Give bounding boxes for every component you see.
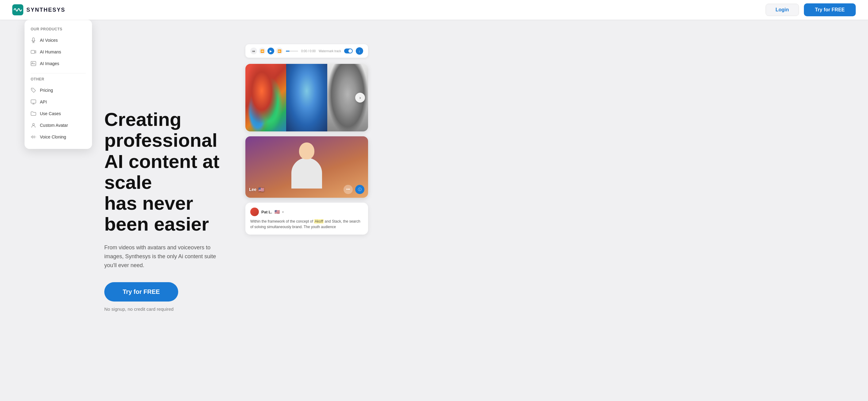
person-body [291, 158, 322, 189]
pricing-label: Pricing [40, 88, 53, 93]
try-free-hero-button[interactable]: Try for FREE [104, 282, 178, 302]
pat-flag: 🇺🇸 [275, 209, 280, 214]
pat-avatar [250, 207, 259, 216]
download-button[interactable]: ↓ [356, 47, 363, 55]
avatar-controls: ••• ⓘ [343, 185, 364, 194]
avatar-card: Lee 🇺🇸 ••• ⓘ [245, 136, 368, 198]
image-grid [245, 64, 368, 132]
api-label: API [40, 99, 47, 105]
rewind-button[interactable]: ⏮ [250, 48, 257, 54]
chevron-down-icon: ▾ [282, 210, 284, 214]
use-cases-label: Use Cases [40, 111, 61, 116]
main-container: Creating professional AI content at scal… [0, 0, 868, 401]
login-button[interactable]: Login [766, 4, 799, 16]
svg-rect-5 [31, 100, 36, 103]
hero-subtitle: From videos with avatars and voiceovers … [104, 243, 227, 269]
sidebar-item-ai-humans[interactable]: AI Humans [25, 46, 92, 58]
try-free-nav-button[interactable]: Try for FREE [804, 3, 856, 16]
voice-cloning-label: Voice Cloning [40, 135, 66, 139]
tag-icon [31, 87, 36, 93]
highlight-akoff: Akoff [314, 219, 323, 224]
logo[interactable]: SYNTHESYS [12, 4, 65, 16]
video-time: 0:00 / 0:00 [301, 50, 316, 53]
folder-icon [31, 111, 36, 116]
pat-card: Pat L. 🇺🇸 ▾ Within the framework of the … [245, 203, 368, 235]
pat-name: Pat L. [261, 210, 272, 214]
monitor-icon [31, 99, 36, 105]
avatar-more-button[interactable]: ••• [343, 185, 353, 194]
play-button[interactable]: ▶ [268, 48, 274, 54]
image-grid-card: › [245, 64, 368, 132]
sidebar-item-ai-voices[interactable]: AI Voices [25, 34, 92, 46]
image-cell-rose [286, 64, 327, 132]
waveform-icon [31, 134, 36, 140]
person-head [299, 142, 314, 160]
pat-text: Within the framework of the concept of A… [250, 219, 363, 230]
image-cell-parrot [245, 64, 286, 132]
sidebar-item-voice-cloning[interactable]: Voice Cloning [25, 131, 92, 143]
avatar-info-button[interactable]: ⓘ [355, 185, 364, 194]
video-icon [31, 49, 36, 55]
video-bar: ⏮ ⏪ ▶ ⏩ 0:00 / 0:00 Watermark track ↓ [245, 44, 368, 58]
custom-avatar-label: Custom Avatar [40, 123, 68, 128]
sidebar-item-custom-avatar[interactable]: Custom Avatar [25, 119, 92, 131]
no-signup-text: No signup, no credit card required [104, 307, 227, 312]
sidebar-item-use-cases[interactable]: Use Cases [25, 108, 92, 119]
svg-rect-1 [31, 50, 35, 53]
logo-text: SYNTHESYS [26, 7, 65, 13]
video-controls: ⏮ ⏪ ▶ ⏩ [250, 48, 283, 54]
ai-voices-label: AI Voices [40, 38, 58, 43]
avatar-label-bar: Lee 🇺🇸 ••• ⓘ [249, 185, 364, 194]
dropdown-menu: Our products AI Voices AI Humans AI Imag… [25, 20, 92, 149]
right-panel: ⏮ ⏪ ▶ ⏩ 0:00 / 0:00 Watermark track ↓ [245, 20, 374, 401]
mic-icon [31, 37, 36, 43]
avatar-flag: 🇺🇸 [258, 187, 265, 193]
products-section-label: Our products [25, 27, 92, 34]
navbar: SYNTHESYS Login Try for FREE [0, 0, 868, 20]
svg-point-6 [32, 123, 34, 125]
watermark-toggle[interactable] [344, 49, 353, 53]
person-icon [31, 122, 36, 128]
avatar-name: Lee 🇺🇸 [249, 187, 265, 193]
hero-title: Creating professional AI content at scal… [104, 109, 227, 235]
navbar-actions: Login Try for FREE [766, 3, 856, 16]
svg-point-4 [32, 89, 33, 90]
ai-humans-label: AI Humans [40, 50, 61, 54]
step-forward-button[interactable]: ⏩ [276, 48, 283, 54]
image-icon [31, 61, 36, 66]
video-track[interactable] [286, 51, 298, 52]
step-back-button[interactable]: ⏪ [259, 48, 266, 54]
menu-divider [31, 73, 86, 74]
watermark-label: Watermark track [319, 50, 341, 53]
pat-header: Pat L. 🇺🇸 ▾ [250, 207, 363, 216]
ai-images-label: AI Images [40, 61, 59, 66]
next-arrow-button[interactable]: › [355, 93, 365, 103]
sidebar-item-api[interactable]: API [25, 96, 92, 108]
sidebar-item-pricing[interactable]: Pricing [25, 84, 92, 96]
video-progress [286, 51, 289, 52]
logo-icon [12, 4, 23, 16]
sidebar-item-ai-images[interactable]: AI Images [25, 58, 92, 69]
other-section-label: Other [25, 77, 92, 84]
